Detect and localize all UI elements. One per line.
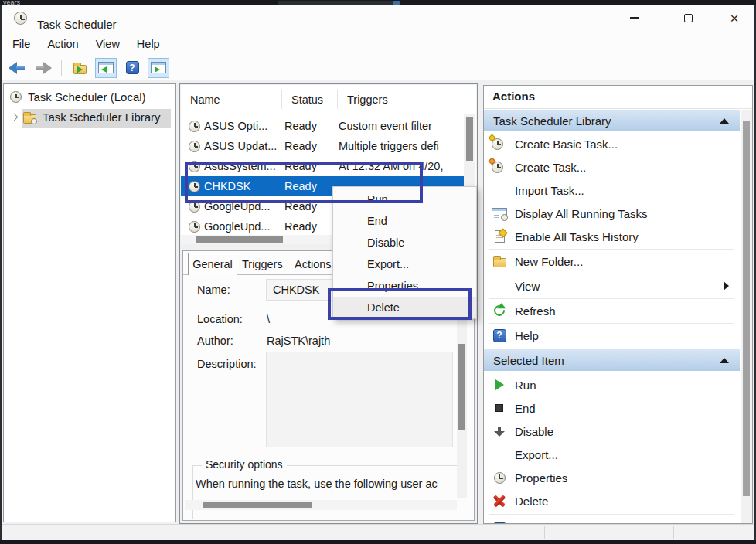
action-refresh[interactable]: Refresh <box>484 299 740 322</box>
location-label: Location: <box>197 313 243 325</box>
tree-root-label: Task Scheduler (Local) <box>28 90 146 104</box>
run-icon <box>495 379 504 390</box>
show-console-tree-button[interactable] <box>69 58 90 78</box>
task-trigger: Multiple triggers defi <box>339 140 464 152</box>
tree-library-label: Task Scheduler Library <box>43 110 161 124</box>
action-create-task[interactable]: Create Task... <box>484 155 740 178</box>
description-field[interactable] <box>266 352 453 447</box>
menu-help[interactable]: Help <box>128 38 169 50</box>
create-task-icon <box>492 160 507 174</box>
tree-item-library[interactable]: Task Scheduler Library <box>12 110 161 124</box>
help-toolbar-button[interactable] <box>121 58 143 78</box>
task-status: Ready <box>284 140 339 152</box>
action-display-running-tasks[interactable]: Display All Running Tasks <box>484 202 740 225</box>
action-properties[interactable]: Properties <box>484 466 740 489</box>
action-delete[interactable]: Delete <box>484 489 740 512</box>
background-window-strip: vears <box>0 0 756 5</box>
action-export[interactable]: Export... <box>484 443 740 466</box>
task-list-header: Name Status Triggers <box>181 85 464 114</box>
window-bottom-edge <box>0 540 756 544</box>
help-icon <box>493 329 506 342</box>
chevron-right-icon[interactable] <box>11 114 19 121</box>
tab-triggers[interactable]: Triggers <box>242 258 283 270</box>
action-import-task[interactable]: Import Task... <box>484 178 740 202</box>
location-value: \ <box>267 313 270 325</box>
background-window-accent <box>393 1 400 5</box>
status-divider <box>544 526 545 539</box>
task-status: Ready <box>284 160 339 172</box>
task-row[interactable]: ASUS Opti... Ready Custom event filter <box>181 116 464 136</box>
task-row[interactable]: ASUS Updat... Ready Multiple triggers de… <box>181 136 464 156</box>
menubar: File Action View Help <box>2 32 754 56</box>
actions-panel-title: Actions <box>492 90 535 103</box>
author-label: Author: <box>197 335 233 347</box>
task-name: ASUS Updat... <box>204 140 284 152</box>
action-view[interactable]: View <box>484 274 740 298</box>
maximize-button[interactable] <box>671 5 705 30</box>
action-help[interactable]: Help <box>484 324 740 347</box>
back-arrow-icon <box>8 62 26 74</box>
menu-action[interactable]: Action <box>39 38 87 50</box>
context-run[interactable]: Run <box>333 189 476 210</box>
context-end[interactable]: End <box>333 210 476 232</box>
actions-vertical-scrollbar[interactable] <box>741 110 752 524</box>
scrollbar-thumb[interactable] <box>743 121 750 496</box>
task-trigger: At 12:32 AM on 4/20, <box>339 160 464 172</box>
new-folder-icon <box>493 258 506 267</box>
action-disable[interactable]: Disable <box>484 420 740 443</box>
display-running-tasks-icon <box>492 208 507 219</box>
show-hide-tree-button[interactable] <box>95 58 117 78</box>
task-clock-icon <box>189 121 200 132</box>
disable-icon <box>494 426 505 437</box>
section-header-label: Selected Item <box>493 354 564 367</box>
scrollbar-thumb[interactable] <box>196 236 283 243</box>
column-name[interactable]: Name <box>181 94 281 106</box>
task-clock-icon <box>189 161 200 172</box>
task-name: ASUS Opti... <box>204 120 284 132</box>
task-status: Ready <box>284 220 339 233</box>
section-header-library[interactable]: Task Scheduler Library <box>484 110 740 131</box>
context-delete[interactable]: Delete <box>333 297 476 318</box>
security-options-label: Security options <box>202 458 287 471</box>
minimize-icon <box>630 17 639 19</box>
action-run[interactable]: Run <box>484 373 740 396</box>
task-status: Ready <box>284 180 339 192</box>
task-row[interactable]: AsusSystem... Ready At 12:32 AM on 4/20, <box>181 156 464 176</box>
collapse-arrow-icon[interactable] <box>720 358 729 363</box>
menu-file[interactable]: File <box>4 38 39 50</box>
security-options-text: When running the task, use the following… <box>196 478 455 490</box>
context-disable[interactable]: Disable <box>333 232 476 253</box>
action-new-folder[interactable]: New Folder... <box>484 250 740 273</box>
security-options-group <box>192 465 458 519</box>
toolbar <box>2 56 754 80</box>
window-title: Task Scheduler <box>37 18 117 31</box>
tab-actions[interactable]: Actions <box>295 258 332 270</box>
section-header-label: Task Scheduler Library <box>493 114 611 128</box>
close-button[interactable]: × <box>717 5 751 30</box>
scrollbar-thumb[interactable] <box>466 117 473 161</box>
action-create-basic-task[interactable]: Create Basic Task... <box>484 132 740 155</box>
collapse-arrow-icon[interactable] <box>720 118 729 124</box>
section-header-selected-item[interactable]: Selected Item <box>484 349 740 371</box>
minimize-button[interactable] <box>618 5 652 30</box>
tab-general[interactable]: General <box>188 253 237 275</box>
console-tree-panel: Task Scheduler (Local) Task Scheduler Li… <box>3 83 176 522</box>
action-help-clipped[interactable] <box>484 517 740 524</box>
forward-button[interactable] <box>32 58 54 78</box>
context-properties[interactable]: Properties <box>333 275 476 297</box>
description-label: Description: <box>197 358 257 370</box>
column-status[interactable]: Status <box>281 90 337 109</box>
scrollbar-thumb[interactable] <box>458 344 465 430</box>
action-enable-history[interactable]: Enable All Tasks History <box>484 225 740 248</box>
action-end[interactable]: End <box>484 396 740 420</box>
details-horizontal-scrollbar[interactable] <box>185 500 457 510</box>
history-log-icon <box>495 230 505 243</box>
menu-view[interactable]: View <box>87 38 128 50</box>
show-hide-action-pane-button[interactable] <box>148 58 169 78</box>
tree-item-local[interactable]: Task Scheduler (Local) <box>10 90 146 104</box>
column-triggers[interactable]: Triggers <box>337 90 464 109</box>
maximize-icon <box>684 14 693 22</box>
context-export[interactable]: Export... <box>333 253 476 275</box>
back-button[interactable] <box>6 58 28 78</box>
scrollbar-thumb[interactable] <box>203 502 312 508</box>
